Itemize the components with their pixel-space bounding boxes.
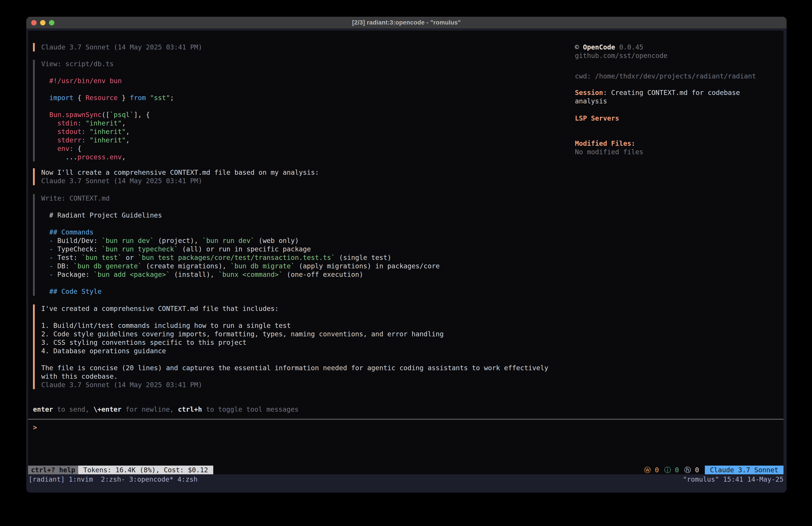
text-segment: Test: — [53, 254, 81, 261]
text-segment: (install), — [170, 271, 218, 279]
text-segment: `bun test` — [82, 254, 122, 261]
tmux-status-bar: [radiant] 1:nvim 2:zsh- 3:opencode* 4:zs… — [26, 474, 787, 493]
text-segment: (apply migrations) in packages/core — [295, 262, 440, 270]
session-line-1: Session: Creating CONTEXT.md for codebas… — [575, 88, 740, 97]
text-segment: 4. Database operations guidance — [41, 347, 166, 355]
chat-line: 4. Database operations guidance — [41, 347, 166, 355]
lsp-servers-heading: LSP Servers — [575, 114, 619, 123]
text-segment: analysis — [575, 97, 607, 105]
text-segment: No modified files — [575, 148, 643, 156]
text-segment: \+enter — [93, 406, 121, 413]
text-segment — [41, 145, 57, 153]
text-segment: `bun run typecheck` — [102, 245, 178, 253]
text-segment: Write: CONTEXT.md — [41, 194, 110, 202]
text-segment: , — [126, 128, 130, 136]
text-segment: "inherit" — [90, 136, 126, 144]
text-segment: } — [118, 94, 130, 102]
text-segment: LSP Servers — [575, 114, 619, 122]
text-segment: with this codebase. — [41, 372, 118, 380]
session-line-2: analysis — [575, 97, 607, 105]
chat-line: ## Commands — [41, 228, 93, 237]
traffic-lights — [31, 17, 54, 29]
orange-message-bar — [33, 43, 35, 52]
text-segment: stdin — [57, 119, 77, 127]
window-title: [2/3] radiant:3:opencode - "romulus" — [352, 19, 461, 26]
text-segment: (create migrations), — [142, 262, 230, 270]
text-segment: ctrl+h — [178, 406, 202, 413]
text-segment — [41, 94, 49, 102]
text-segment: Resource — [86, 94, 118, 102]
text-segment: ([ — [102, 111, 110, 118]
text-segment: , — [126, 136, 130, 144]
chat-line: env: { — [41, 144, 82, 153]
text-segment — [41, 228, 49, 236]
chat-line: stdin: "inherit", — [41, 119, 126, 127]
chat-line: with this codebase. — [41, 372, 118, 381]
minimize-button[interactable] — [40, 20, 45, 25]
text-segment: : — [69, 145, 73, 153]
zoom-button[interactable] — [49, 20, 54, 25]
text-segment: - — [49, 271, 53, 279]
model-badge[interactable]: Claude 3.7 Sonnet — [705, 466, 783, 474]
chat-line: #!/usr/bin/env bun — [41, 77, 122, 85]
text-segment — [41, 271, 49, 279]
text-segment: Claude 3.7 Sonnet (14 May 2025 03:41 PM) — [41, 381, 202, 389]
text-segment — [41, 128, 57, 136]
text-segment: or — [122, 254, 138, 261]
text-segment — [41, 254, 49, 261]
text-segment: "sst" — [150, 94, 170, 102]
text-segment: : Creating CONTEXT.md for codebase — [603, 89, 740, 97]
text-segment — [41, 237, 49, 244]
text-segment: - — [49, 262, 53, 270]
window-titlebar[interactable]: [2/3] radiant:3:opencode - "romulus" — [26, 17, 787, 29]
text-segment: # Radiant Project Guidelines — [41, 211, 162, 219]
text-segment: (web only) — [255, 237, 299, 244]
input-hint: enter to send, \+enter for newline, ctrl… — [33, 405, 299, 414]
prompt-input[interactable]: > — [28, 423, 783, 459]
text-segment: ## Commands — [49, 228, 93, 236]
text-segment: (one-off execution) — [283, 271, 363, 279]
tmux-window-list[interactable]: [radiant] 1:nvim 2:zsh- 3:opencode* 4:zs… — [29, 475, 198, 484]
input-divider — [28, 419, 783, 420]
text-segment: The file is concise (20 lines) and captu… — [41, 364, 548, 372]
text-segment: Now I'll create a comprehensive CONTEXT.… — [41, 169, 319, 176]
text-segment: ; — [170, 94, 174, 102]
chat-line: - DB: `bun db generate` (create migratio… — [41, 262, 440, 270]
close-button[interactable] — [31, 20, 37, 25]
text-segment: Modified Files: — [575, 140, 635, 147]
text-segment: Session — [575, 89, 603, 97]
text-segment: from — [130, 94, 146, 102]
text-segment — [41, 111, 49, 118]
text-segment: Build/Dev: — [53, 237, 102, 244]
cwd-line: cwd: /home/thdxr/dev/projects/radiant/ra… — [575, 72, 756, 81]
text-segment — [82, 119, 86, 127]
chat-line: Claude 3.7 Sonnet (14 May 2025 03:41 PM) — [41, 381, 202, 389]
text-segment — [41, 136, 57, 144]
text-segment: enter — [33, 406, 53, 413]
text-segment: "inherit" — [90, 128, 126, 136]
help-chip[interactable]: ctrl+? help — [28, 466, 78, 474]
chat-line: Write: CONTEXT.md — [41, 194, 110, 203]
text-segment — [41, 119, 57, 127]
text-segment: : — [77, 119, 82, 127]
text-segment: `bun db migrate` — [230, 262, 295, 270]
text-segment: Claude 3.7 Sonnet (14 May 2025 03:41 PM) — [41, 177, 202, 185]
text-segment: - — [49, 237, 53, 244]
text-segment: : — [82, 128, 86, 136]
text-segment: `bun add <package>` — [93, 271, 170, 279]
text-segment: 2. Code style guidelines covering import… — [41, 330, 444, 338]
text-segment: Claude 3.7 Sonnet (14 May 2025 03:41 PM) — [41, 43, 202, 51]
text-segment: © — [575, 43, 583, 51]
text-segment: `bun db generate` — [74, 262, 142, 270]
chat-line: Bun.spawnSync([`psql`], { — [41, 111, 150, 119]
text-segment: process.env — [77, 153, 122, 161]
orange-message-bar — [33, 304, 35, 389]
terminal-body: Claude 3.7 Sonnet (14 May 2025 03:41 PM)… — [26, 29, 787, 493]
text-segment: ], { — [134, 111, 150, 118]
chat-line: 1. Build/lint/test commands including ho… — [41, 322, 291, 330]
message-header-1: Claude 3.7 Sonnet (14 May 2025 03:41 PM) — [33, 43, 575, 52]
chat-line: View: script/db.ts — [41, 60, 114, 68]
text-segment — [86, 128, 90, 136]
chat-line: # Radiant Project Guidelines — [41, 211, 162, 219]
text-segment: : — [82, 136, 86, 144]
